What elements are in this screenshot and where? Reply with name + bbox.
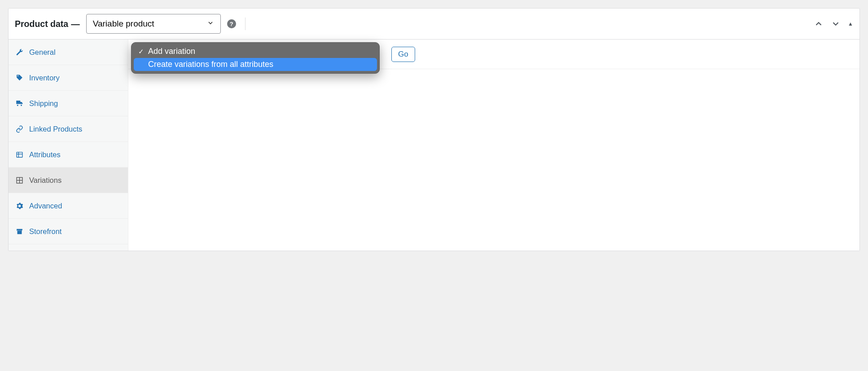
bulk-action-dropdown: ✓ Add variation ✓ Create variations from… xyxy=(131,42,380,74)
sidebar-item-general[interactable]: General xyxy=(9,40,128,65)
sidebar-item-label: Variations xyxy=(29,176,61,185)
truck-icon xyxy=(15,99,24,107)
panel-title-text: Product data xyxy=(15,19,68,29)
sidebar-item-label: Linked Products xyxy=(29,125,82,133)
sidebar-item-label: General xyxy=(29,48,56,57)
dropdown-option-label: Create variations from all attributes xyxy=(148,60,273,69)
sidebar-item-label: Advanced xyxy=(29,202,62,210)
title-dash: — xyxy=(71,19,80,29)
sidebar-item-variations[interactable]: Variations xyxy=(9,168,128,193)
panel-header-controls: ▲ xyxy=(814,19,853,29)
sidebar-item-shipping[interactable]: Shipping xyxy=(9,91,128,116)
store-icon xyxy=(15,228,24,235)
go-button[interactable]: Go xyxy=(391,47,415,62)
sidebar-item-label: Shipping xyxy=(29,99,58,108)
check-icon: ✓ xyxy=(137,48,145,56)
collapse-icon[interactable]: ▲ xyxy=(848,21,853,27)
sidebar-item-inventory[interactable]: Inventory xyxy=(9,65,128,91)
sidebar-item-advanced[interactable]: Advanced xyxy=(9,193,128,219)
dropdown-option-create-variations[interactable]: ✓ Create variations from all attributes xyxy=(134,58,377,71)
sidebar-item-label: Storefront xyxy=(29,227,61,236)
grid-icon xyxy=(15,177,24,184)
svg-rect-0 xyxy=(17,152,22,157)
dropdown-option-label: Add variation xyxy=(148,47,195,56)
product-type-value: Variable product xyxy=(93,19,154,29)
content-area: Go ✓ Add variation ✓ Create variations f… xyxy=(128,40,859,251)
panel-body: General Inventory Shipping Linked Produc… xyxy=(9,40,859,251)
help-icon[interactable]: ? xyxy=(227,19,236,28)
product-data-panel: Product data — Variable product ? ▲ xyxy=(8,8,860,251)
panel-header: Product data — Variable product ? ▲ xyxy=(9,9,859,40)
sidebar-item-label: Attributes xyxy=(29,150,61,159)
chevron-down-icon[interactable] xyxy=(831,19,841,29)
sidebar: General Inventory Shipping Linked Produc… xyxy=(9,40,128,251)
sidebar-item-linked-products[interactable]: Linked Products xyxy=(9,116,128,142)
chevron-down-icon xyxy=(207,19,214,29)
product-type-select[interactable]: Variable product xyxy=(86,14,221,34)
separator xyxy=(245,18,245,30)
chevron-up-icon[interactable] xyxy=(814,19,824,29)
link-icon xyxy=(15,125,24,133)
sidebar-item-label: Inventory xyxy=(29,74,60,82)
list-icon xyxy=(15,151,24,159)
sidebar-item-storefront[interactable]: Storefront xyxy=(9,219,128,244)
sidebar-item-attributes[interactable]: Attributes xyxy=(9,142,128,168)
wrench-icon xyxy=(15,49,24,56)
tag-icon xyxy=(15,74,24,82)
gear-icon xyxy=(15,202,24,210)
dropdown-option-add-variation[interactable]: ✓ Add variation xyxy=(134,45,377,58)
panel-title: Product data — xyxy=(15,19,80,29)
